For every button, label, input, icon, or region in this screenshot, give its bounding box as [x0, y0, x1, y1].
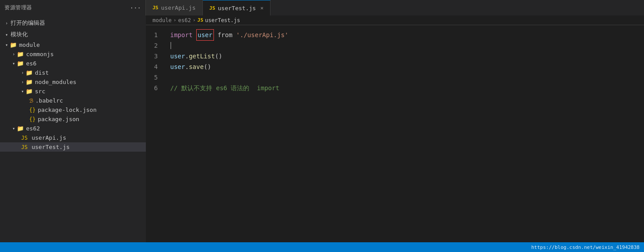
bc-es62-label: es62 [178, 17, 191, 23]
js-file-icon-usertest: JS [21, 144, 27, 150]
tab-usertest[interactable]: JS userTest.js ✕ [203, 0, 271, 15]
tab-userapi[interactable]: JS userApi.js [146, 0, 203, 15]
comment-line: // 默认不支持 es6 语法的 import [170, 83, 279, 93]
main-area: › 打开的编辑器 ▾ 模块化 ▾ 📁 module › 📁 commonjs ▾… [0, 15, 644, 242]
folder-icon-dist: 📁 [26, 69, 33, 76]
tab-close-usertest[interactable]: ✕ [260, 5, 263, 11]
kw-from: from [217, 30, 232, 40]
chevron-module: ▾ [5, 42, 8, 47]
editor-content[interactable]: 1 2 3 4 5 6 import user from './userApi.… [146, 25, 644, 242]
bc-js-icon: JS [198, 17, 203, 23]
tree-babelrc[interactable]: ℬ .babelrc [0, 96, 146, 105]
js-file-icon-userapi: JS [21, 135, 27, 141]
folder-icon-module: 📁 [10, 42, 17, 48]
babel-icon: ℬ [29, 98, 33, 104]
bc-usertest-label: userTest.js [205, 17, 240, 23]
tabs-area: JS userApi.js JS userTest.js ✕ [146, 0, 644, 15]
tree-label-userapi: userApi.js [31, 134, 66, 141]
line-num-1: 1 [146, 30, 161, 40]
tree-dist[interactable]: › 📁 dist [0, 68, 146, 77]
tree-label-es6: es6 [26, 60, 36, 67]
breadcrumb: module › es62 › JS userTest.js [146, 15, 644, 25]
tree-label-src: src [35, 88, 45, 95]
tree-label-es62: es62 [26, 125, 40, 132]
open-editors-header[interactable]: › 打开的编辑器 [0, 17, 146, 29]
folder-icon-es62: 📁 [17, 125, 24, 132]
kw-import: import [170, 30, 193, 40]
tab-bar: 资源管理器 ··· JS userApi.js JS userTest.js ✕ [0, 0, 644, 15]
tree-label-babelrc: .babelrc [35, 97, 63, 104]
tree-label-module: module [19, 42, 40, 48]
code-line-6: // 默认不支持 es6 语法的 import [170, 83, 644, 93]
tree-es6[interactable]: ▾ 📁 es6 [0, 59, 146, 68]
footer-link[interactable]: https://blog.csdn.net/weixin_41942838 [531, 244, 640, 250]
bc-sep-2: › [193, 17, 196, 23]
chevron-es6: ▾ [12, 61, 15, 66]
tree-label-dist: dist [35, 69, 49, 76]
footer: https://blog.csdn.net/weixin_41942838 [0, 242, 644, 252]
str-path: './userApi.js' [236, 30, 288, 40]
open-editors-label: 打开的编辑器 [11, 19, 45, 27]
line-num-2: 2 [146, 40, 161, 51]
sidebar-title-area: 资源管理器 ··· [0, 0, 146, 15]
tree-package-lock[interactable]: {} package-lock.json [0, 105, 146, 115]
bc-usertest[interactable]: JS userTest.js [198, 17, 240, 23]
tree-es62[interactable]: ▾ 📁 es62 [0, 124, 146, 133]
bc-es62[interactable]: es62 [178, 17, 191, 23]
js-icon-usertest: JS [210, 5, 215, 11]
tree-label-commonjs: commonjs [26, 51, 54, 57]
sidebar-title: 资源管理器 [4, 4, 32, 11]
tree-label-package: package.json [38, 116, 79, 122]
tree-package[interactable]: {} package.json [0, 115, 146, 124]
tree-label-node-modules: node_modules [35, 79, 76, 85]
tree-node-modules[interactable]: › 📁 node_modules [0, 77, 146, 87]
chevron-src: ▾ [21, 89, 24, 94]
sidebar: › 打开的编辑器 ▾ 模块化 ▾ 📁 module › 📁 commonjs ▾… [0, 15, 146, 242]
tree-commonjs[interactable]: › 📁 commonjs [0, 50, 146, 59]
bc-sep-1: › [173, 17, 176, 23]
code-line-5 [170, 72, 644, 83]
modular-label: 模块化 [11, 31, 28, 38]
method-save: save [189, 61, 204, 72]
tree-src[interactable]: ▾ 📁 src [0, 87, 146, 96]
line-num-6: 6 [146, 83, 161, 93]
folder-icon-es6: 📁 [17, 60, 24, 67]
var-user-1: user [170, 51, 185, 61]
tree-module[interactable]: ▾ 📁 module [0, 40, 146, 50]
json-icon-package: {} [29, 116, 35, 122]
highlight-user: user [196, 29, 214, 41]
line-num-3: 3 [146, 51, 161, 61]
code-line-2 [170, 40, 644, 51]
chevron-es62: ▾ [12, 126, 15, 131]
open-editors-chevron: › [5, 21, 8, 26]
sidebar-dots[interactable]: ··· [130, 4, 141, 11]
method-getlist: getList [189, 51, 215, 61]
tab-label-usertest: userTest.js [218, 5, 256, 11]
code-line-1: import user from './userApi.js' [170, 30, 644, 40]
editor-container: module › es62 › JS userTest.js 1 2 3 4 5… [146, 15, 644, 242]
tree-label-usertest: userTest.js [31, 144, 69, 150]
folder-icon-commonjs: 📁 [17, 51, 24, 57]
folder-icon-node-modules: 📁 [26, 79, 33, 85]
code-line-4: user . save () [170, 61, 644, 72]
json-icon-package-lock: {} [29, 107, 35, 113]
tree-label-package-lock: package-lock.json [38, 107, 96, 113]
chevron-dist: › [21, 70, 24, 75]
js-icon-userapi: JS [152, 5, 158, 11]
chevron-commonjs: › [12, 52, 15, 57]
folder-icon-src: 📁 [26, 88, 33, 95]
chevron-node-modules: › [21, 80, 24, 84]
line-num-5: 5 [146, 72, 161, 83]
tree-usertest[interactable]: JS userTest.js [0, 142, 146, 152]
line-num-4: 4 [146, 61, 161, 72]
cursor [171, 42, 171, 49]
tab-label-userapi: userApi.js [161, 4, 195, 11]
line-numbers: 1 2 3 4 5 6 [146, 25, 166, 242]
code-line-3: user . getList () [170, 51, 644, 61]
modular-header[interactable]: ▾ 模块化 [0, 29, 146, 40]
tree-userapi[interactable]: JS userApi.js [0, 133, 146, 142]
bc-module[interactable]: module [152, 17, 171, 23]
code-area[interactable]: import user from './userApi.js' user . [166, 25, 644, 242]
modular-chevron: ▾ [5, 32, 8, 37]
bc-module-label: module [152, 17, 171, 23]
